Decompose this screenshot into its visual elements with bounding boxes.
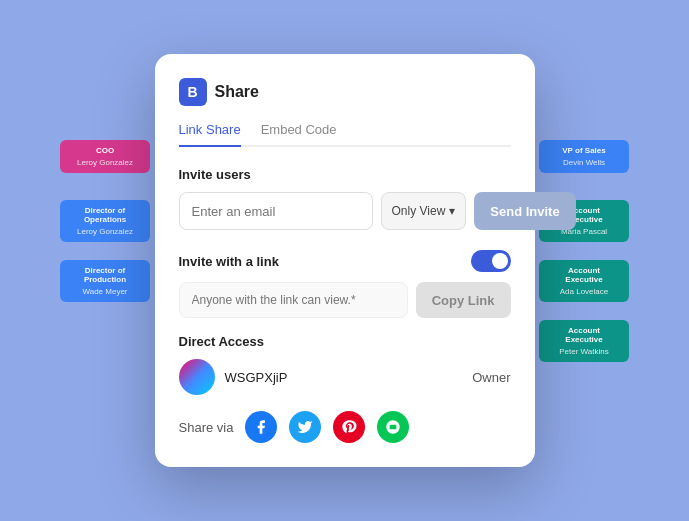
pinterest-share-button[interactable]	[333, 411, 365, 443]
modal-title: Share	[215, 83, 259, 101]
share-via-label: Share via	[179, 420, 234, 435]
tab-link-share[interactable]: Link Share	[179, 122, 241, 147]
bg-node-coo: COO Leroy Gonzalez	[60, 140, 150, 173]
permission-dropdown[interactable]: Only View ▾	[381, 192, 467, 230]
share-via-row: Share via	[179, 411, 511, 443]
bg-node-acct-2-name: Ada Lovelace	[549, 287, 619, 296]
direct-access-row: WSGPXjiP Owner	[179, 359, 511, 395]
bg-node-dir-ops: Director of Operations Leroy Gonzalez	[60, 200, 150, 242]
modal-header: B Share	[179, 78, 511, 106]
bg-node-acct-3-name: Peter Watkins	[549, 347, 619, 356]
user-name: WSGPXjiP	[225, 370, 463, 385]
modal-brand-icon: B	[179, 78, 207, 106]
line-share-button[interactable]	[377, 411, 409, 443]
bg-node-acct-3: Account Executive Peter Watkins	[539, 320, 629, 362]
link-section-header: Invite with a link	[179, 250, 511, 272]
bg-node-dir-prod-name: Wade Meyer	[70, 287, 140, 296]
user-avatar	[179, 359, 215, 395]
invite-section-label: Invite users	[179, 167, 511, 182]
bg-node-acct-2-title: Account Executive	[549, 266, 619, 284]
send-invite-button[interactable]: Send Invite	[474, 192, 575, 230]
link-toggle[interactable]	[471, 250, 511, 272]
toggle-knob	[492, 253, 508, 269]
link-section-label: Invite with a link	[179, 254, 279, 269]
bg-node-dir-ops-title: Director of Operations	[70, 206, 140, 224]
modal-tabs: Link Share Embed Code	[179, 122, 511, 147]
twitter-share-button[interactable]	[289, 411, 321, 443]
link-input[interactable]	[179, 282, 408, 318]
bg-node-vp-sales-title: VP of Sales	[549, 146, 619, 155]
invite-row: Only View ▾ Send Invite	[179, 192, 511, 230]
facebook-share-button[interactable]	[245, 411, 277, 443]
bg-node-coo-name: Leroy Gonzalez	[70, 158, 140, 167]
bg-node-dir-prod-title: Director of Production	[70, 266, 140, 284]
copy-link-button[interactable]: Copy Link	[416, 282, 511, 318]
chevron-down-icon: ▾	[449, 204, 455, 218]
bg-node-vp-sales: VP of Sales Devin Wells	[539, 140, 629, 173]
bg-node-vp-sales-name: Devin Wells	[549, 158, 619, 167]
user-role: Owner	[472, 370, 510, 385]
link-section: Invite with a link Copy Link	[179, 250, 511, 318]
bg-node-acct-2: Account Executive Ada Lovelace	[539, 260, 629, 302]
bg-node-dir-ops-name: Leroy Gonzalez	[70, 227, 140, 236]
bg-node-dir-prod: Director of Production Wade Meyer	[60, 260, 150, 302]
bg-node-acct-3-title: Account Executive	[549, 326, 619, 344]
link-row: Copy Link	[179, 282, 511, 318]
direct-access-section: Direct Access WSGPXjiP Owner	[179, 334, 511, 395]
bg-node-coo-title: COO	[70, 146, 140, 155]
direct-access-label: Direct Access	[179, 334, 511, 349]
email-input[interactable]	[179, 192, 373, 230]
tab-embed-code[interactable]: Embed Code	[261, 122, 337, 147]
share-modal: B Share Link Share Embed Code Invite use…	[155, 54, 535, 467]
